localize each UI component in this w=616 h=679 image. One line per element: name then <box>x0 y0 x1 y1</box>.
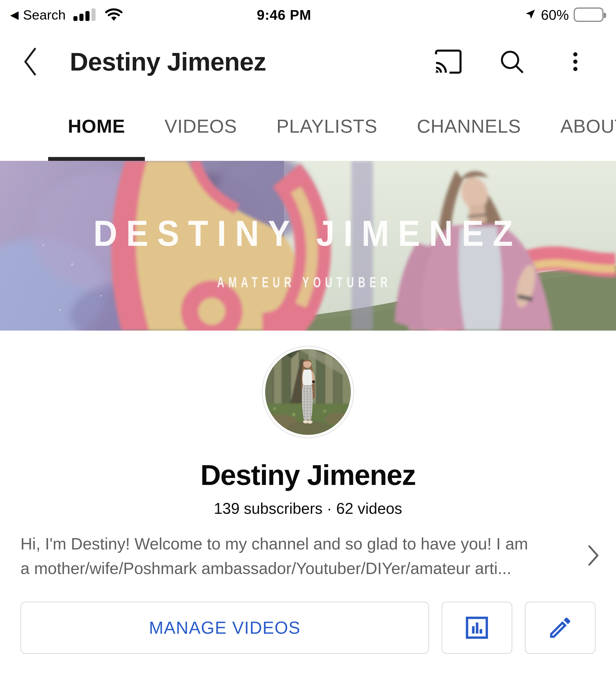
avatar-photo <box>265 349 351 435</box>
channel-avatar[interactable] <box>263 347 353 438</box>
back-chevron-icon <box>22 46 38 77</box>
banner-subtitle: AMATEUR YOUTUBER <box>217 274 392 290</box>
action-button-row: MANAGE VIDEOS <box>21 602 595 654</box>
cast-icon <box>434 47 463 76</box>
app-bar: Destiny Jimenez <box>0 27 616 92</box>
tab-videos[interactable]: VIDEOS <box>145 92 257 161</box>
description-line-1: Hi, I'm Destiny! Welcome to my channel a… <box>21 531 556 556</box>
tab-playlists[interactable]: PLAYLISTS <box>257 92 397 161</box>
battery-percent: 60% <box>541 7 569 23</box>
page-title: Destiny Jimenez <box>70 47 434 76</box>
manage-videos-label: MANAGE VIDEOS <box>149 618 301 638</box>
status-time: 9:46 PM <box>43 7 524 23</box>
tab-playlists-label: PLAYLISTS <box>276 115 377 137</box>
channel-tabs: HOME VIDEOS PLAYLISTS CHANNELS ABOUT <box>0 92 616 161</box>
chevron-right-icon[interactable] <box>587 545 600 567</box>
manage-videos-button[interactable]: MANAGE VIDEOS <box>21 602 429 654</box>
analytics-button[interactable] <box>442 602 512 654</box>
channel-stats: 139 subscribers · 62 videos <box>0 499 616 517</box>
edit-pencil-icon <box>547 614 574 641</box>
status-bar: ◀ Search 9:46 PM 60% <box>0 0 616 27</box>
back-button[interactable] <box>22 43 41 80</box>
more-options-button[interactable] <box>561 47 590 76</box>
tab-channels-label: CHANNELS <box>417 115 521 137</box>
tab-home-label: HOME <box>68 115 125 137</box>
search-button[interactable] <box>497 47 526 76</box>
tab-home[interactable]: HOME <box>48 92 145 161</box>
tab-about[interactable]: ABOUT <box>541 92 616 161</box>
edit-channel-button[interactable] <box>525 602 595 654</box>
search-icon <box>498 48 526 75</box>
battery-icon <box>574 7 604 22</box>
tab-about-label: ABOUT <box>560 115 616 137</box>
description-line-2: a mother/wife/Poshmark ambassador/Youtub… <box>21 556 556 581</box>
tab-channels[interactable]: CHANNELS <box>397 92 541 161</box>
cast-button[interactable] <box>434 47 463 76</box>
banner-title: DESTINY JIMENEZ <box>93 213 522 254</box>
kebab-menu-icon <box>563 49 588 74</box>
channel-banner: DESTINY JIMENEZ AMATEUR YOUTUBER <box>0 161 616 331</box>
tab-videos-label: VIDEOS <box>165 115 237 137</box>
channel-description[interactable]: Hi, I'm Destiny! Welcome to my channel a… <box>0 531 616 581</box>
battery-cap <box>604 13 606 18</box>
back-to-app-triangle-icon: ◀ <box>10 9 19 20</box>
channel-name: Destiny Jimenez <box>0 459 616 491</box>
analytics-icon <box>464 614 490 641</box>
location-arrow-icon <box>524 8 536 21</box>
